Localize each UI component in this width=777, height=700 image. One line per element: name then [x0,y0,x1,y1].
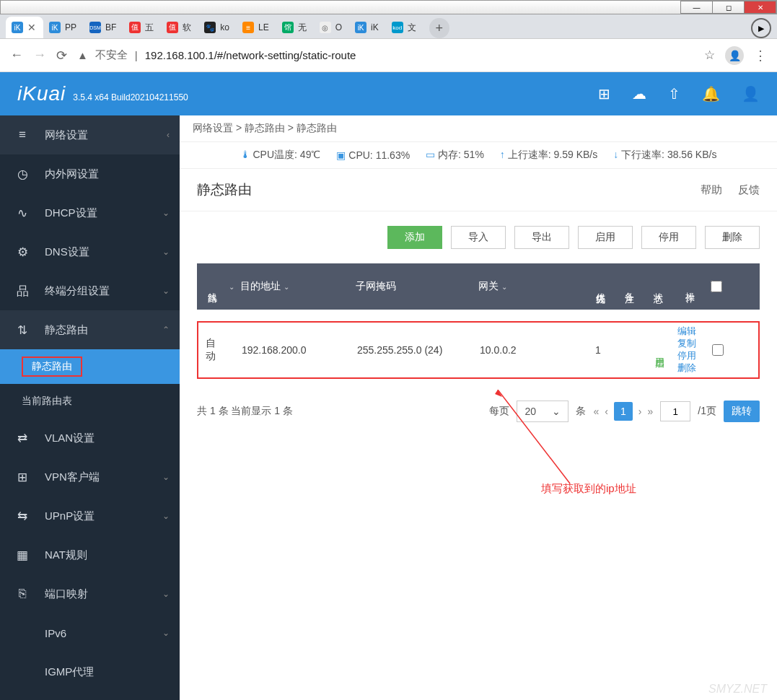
sidebar-item-terminal-group[interactable]: 品终端分组设置⌄ [0,271,180,310]
sort-icon[interactable]: ⌄ [229,283,234,291]
upload-icon: ↑ [500,149,505,160]
add-button[interactable]: 添加 [387,226,442,249]
col-destination[interactable]: 目的地址⌄ [234,280,350,293]
browser-tab[interactable]: iKPP [43,17,84,38]
col-note: 备注 [613,285,641,288]
copy-icon: ⎘ [0,587,45,601]
browser-tab[interactable]: kod文 [386,17,423,38]
enable-button[interactable]: 启用 [578,226,633,249]
main-content: 网络设置 > 静态路由 > 静态路由 🌡 CPU温度: 49℃ ▣ CPU: 1… [180,115,777,700]
disable-link[interactable]: 停用 [677,350,698,362]
sidebar-item-ipv6[interactable]: IPv6⌄ [0,613,180,652]
export-button[interactable]: 导出 [514,226,569,249]
sidebar-item-vlan[interactable]: ⇄VLAN设置 [0,419,180,458]
back-button[interactable]: ← [10,48,23,63]
bookmark-star-icon[interactable]: ☆ [704,48,715,63]
chevron-down-icon: ⌄ [162,247,170,257]
sidebar-sub-static-route[interactable]: 静态路由 [0,349,180,384]
tab-close-icon[interactable]: ✕ [27,22,36,33]
col-gateway[interactable]: 网关⌄ [473,280,581,293]
page-number-input[interactable] [660,401,690,421]
insecure-label: 不安全 [95,48,128,62]
url-text: 192.168.100.1/#/network-setting/static-r… [145,49,356,61]
upgrade-icon[interactable]: ⇧ [668,85,680,102]
chevron-down-icon: ⌄ [162,286,170,296]
sidebar-sub-current-route-table[interactable]: 当前路由表 [0,384,180,419]
delete-link[interactable]: 删除 [677,362,698,375]
browser-tab[interactable]: 馆无 [276,17,314,38]
sidebar-item-upnp[interactable]: ⇆UPnP设置⌄ [0,496,180,535]
copy-link[interactable]: 复制 [677,338,698,350]
sidebar-item-nat[interactable]: ▦NAT规则 [0,535,180,574]
browser-tab[interactable]: ◎O [314,17,349,38]
browser-tab[interactable]: 🐾ko [198,17,237,38]
favicon-icon: DSM [89,22,101,33]
cell-gateway: 10.0.0.2 [474,344,582,356]
sort-icon: ⌄ [284,283,289,291]
app-logo: iKuai [17,82,66,105]
address-bar[interactable]: ▲ 不安全 | 192.168.100.1/#/network-setting/… [77,48,715,63]
browser-tab-active[interactable]: iK ✕ [6,17,43,38]
first-page-button[interactable]: « [593,406,599,417]
media-control-icon[interactable]: ▶ [751,18,771,38]
disable-button[interactable]: 停用 [641,226,696,249]
page-go-button[interactable]: 跳转 [724,401,760,422]
sidebar-item-igmp[interactable]: IGMP代理 [0,652,180,691]
feedback-link[interactable]: 反馈 [738,183,760,197]
user-icon[interactable]: 👤 [742,85,760,102]
new-tab-button[interactable]: + [429,18,449,38]
forward-button[interactable]: → [33,48,46,63]
bell-icon[interactable]: 🔔 [702,85,720,102]
cell-priority: 1 [582,344,614,356]
sort-icon: ⌄ [501,283,507,291]
grid-icon: ⊞ [0,470,45,485]
row-checkbox[interactable] [712,344,724,356]
swap-icon: ⇄ [0,431,45,446]
favicon-icon: kod [392,22,403,33]
sidebar-item-static-route[interactable]: ⇅静态路由⌃ [0,310,180,349]
sidebar-section-network[interactable]: ≡ 网络设置 ‹ [0,115,180,154]
menu-collapse-icon: ≡ [0,128,45,142]
sidebar-item-port-mapping[interactable]: ⎘端口映射⌄ [0,574,180,613]
browser-tab[interactable]: DSMBF [84,17,123,38]
import-button[interactable]: 导入 [451,226,506,249]
col-line[interactable]: 线路 [197,285,226,288]
reload-button[interactable]: ⟳ [56,48,67,64]
insecure-warning-icon: ▲ [77,49,88,61]
sidebar-item-dhcp[interactable]: ∿DHCP设置⌄ [0,193,180,232]
select-all-checkbox[interactable] [711,281,722,292]
delete-button[interactable]: 删除 [705,226,760,249]
next-page-button[interactable]: › [638,406,642,417]
browser-tab[interactable]: 值软 [161,17,198,38]
browser-tab[interactable]: iKiK [349,17,386,38]
window-maximize-button[interactable]: ◻ [712,1,745,14]
help-link[interactable]: 帮助 [701,183,722,197]
favicon-icon: 🐾 [204,22,216,33]
cloud-icon[interactable]: ☁ [632,85,646,102]
window-minimize-button[interactable]: — [680,1,713,14]
sidebar-item-wan-lan[interactable]: ◷内外网设置 [0,154,180,193]
sidebar-item-dns[interactable]: ⚙DNS设置⌄ [0,232,180,271]
browser-tab[interactable]: ≡LE [237,17,276,38]
window-close-button[interactable]: ✕ [744,1,776,14]
page-size-select[interactable]: 20 ⌄ [517,401,569,422]
last-page-button[interactable]: » [648,406,654,417]
cpu-icon: ▣ [336,149,346,161]
browser-menu-icon[interactable]: ⋮ [754,48,767,64]
browser-tab[interactable]: 值五 [123,17,161,38]
apps-icon[interactable]: ⊞ [598,85,610,102]
edit-link[interactable]: 编辑 [677,325,698,338]
favicon-icon: iK [355,22,366,33]
chevron-down-icon: ⌄ [162,628,170,638]
gauge-icon: ◷ [0,167,45,182]
favicon-icon: iK [12,22,23,33]
profile-avatar-icon[interactable]: 👤 [725,46,744,65]
col-status: 状态 [641,285,670,288]
cell-destination: 192.168.200.0 [236,344,351,356]
chevron-down-icon: ⌄ [162,208,170,218]
sidebar-item-vpn[interactable]: ⊞VPN客户端⌄ [0,458,180,496]
prev-page-button[interactable]: ‹ [605,406,608,417]
table-row: 自动 192.168.200.0 255.255.255.0 (24) 10.0… [197,321,760,379]
app-header: iKuai 3.5.4 x64 Build202104211550 ⊞ ☁ ⇧ … [0,72,777,115]
current-page[interactable]: 1 [614,402,633,421]
